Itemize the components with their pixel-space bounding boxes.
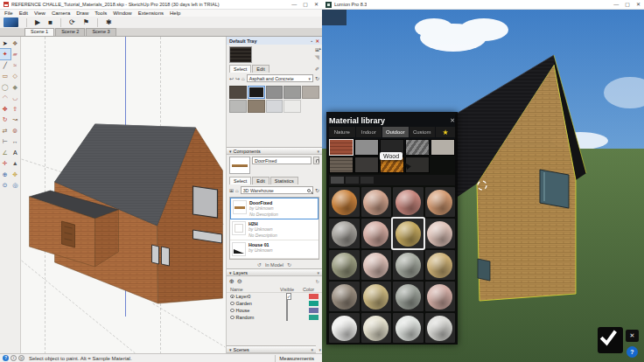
material-sphere[interactable]	[329, 313, 360, 343]
materials-tab-select[interactable]: Select	[229, 65, 251, 73]
menu-tools[interactable]: Tools	[94, 10, 107, 16]
menu-file[interactable]: File	[4, 10, 13, 16]
material-sphere[interactable]	[361, 282, 392, 311]
scene-tab-2[interactable]: Scene 2	[55, 28, 85, 37]
layer-color-chip[interactable]	[309, 301, 318, 306]
material-sphere[interactable]	[425, 313, 456, 343]
menu-view[interactable]: View	[34, 10, 46, 16]
tool-select[interactable]: ➤	[0, 38, 10, 49]
materials-tab-edit[interactable]: Edit	[252, 65, 269, 73]
material-sphere[interactable]	[425, 250, 456, 280]
minimize-button[interactable]: —	[291, 2, 297, 7]
layer-row[interactable]: House	[227, 307, 322, 314]
details-arrow-icon[interactable]: ↻	[315, 75, 319, 81]
secondary-pane-icon[interactable]: ◥	[315, 54, 319, 61]
material-sphere[interactable]	[361, 187, 392, 217]
modeling-canvas[interactable]	[21, 37, 226, 353]
menu-extensions[interactable]: Extensions	[138, 10, 164, 16]
material-swatch[interactable]	[229, 100, 247, 113]
tool-arc[interactable]: ◠	[0, 93, 10, 104]
forward-icon[interactable]: ↻	[287, 261, 291, 268]
layer-row[interactable]: Layer0✓	[227, 293, 322, 300]
tray-scroll-up-icon[interactable]: ▴	[318, 45, 321, 51]
tool-tape-measure[interactable]: ⊢	[0, 136, 10, 148]
close-button[interactable]: ✕	[636, 2, 640, 7]
layer-visible-checkbox[interactable]	[286, 307, 288, 314]
material-sphere[interactable]	[425, 219, 456, 248]
view-options-icon[interactable]: ⊞	[229, 187, 234, 193]
component-name-field[interactable]: DoorFixed	[252, 157, 312, 164]
tool-paint-bucket[interactable]: ✦	[0, 49, 10, 60]
sample-paint-icon[interactable]: ✐	[315, 66, 319, 72]
component-list-item[interactable]: House 01by Unknown	[230, 240, 318, 259]
material-sphere[interactable]	[393, 282, 424, 311]
menu-draw[interactable]: Draw	[76, 10, 88, 16]
components-panel-header[interactable]: Components ▾	[227, 147, 322, 155]
tool-orbit[interactable]: ⊕	[0, 169, 10, 180]
back-icon[interactable]: ↺	[257, 261, 262, 268]
material-sphere[interactable]	[361, 250, 392, 280]
back-arrow-icon[interactable]: ↩	[229, 75, 234, 81]
layer-radio[interactable]	[230, 302, 234, 306]
components-tab-edit[interactable]: Edit	[252, 177, 269, 184]
layer-radio[interactable]	[230, 295, 234, 299]
page-tab-2[interactable]	[346, 177, 359, 184]
library-tab-custom[interactable]: Custom	[410, 127, 436, 137]
details-arrow-icon[interactable]: ↻	[316, 279, 319, 284]
panel-options-icon[interactable]: ▾	[311, 347, 313, 352]
library-tab-nature[interactable]: Nature	[329, 127, 355, 137]
material-sphere[interactable]	[329, 250, 360, 280]
menu-camera[interactable]: Camera	[52, 10, 70, 16]
panel-options-icon[interactable]: ▾	[317, 149, 319, 154]
tool-make-component[interactable]: ❖	[10, 38, 21, 49]
tool-zoom[interactable]: ⊙	[0, 180, 10, 191]
material-sphere[interactable]	[329, 187, 360, 217]
tool-follow-me[interactable]: ↝	[10, 115, 21, 126]
material-sphere[interactable]	[393, 187, 424, 217]
category-metal[interactable]	[405, 139, 430, 156]
material-sphere[interactable]	[361, 313, 392, 343]
help-button[interactable]: ?	[626, 346, 638, 358]
material-sphere[interactable]	[425, 187, 456, 217]
layer-visible-checkbox[interactable]	[286, 300, 288, 307]
category-gravel[interactable]	[354, 157, 379, 173]
page-tab-1[interactable]	[331, 177, 344, 184]
cancel-button[interactable]: ✕	[626, 330, 639, 342]
geolocation-icon[interactable]: i	[10, 355, 17, 361]
tool-dimension[interactable]: ↔	[10, 136, 21, 148]
material-swatch[interactable]	[229, 86, 247, 99]
maximize-button[interactable]: ▢	[625, 2, 630, 7]
layers-panel-header[interactable]: Layers ▾	[227, 268, 322, 276]
play-button[interactable]: ▶	[35, 19, 40, 26]
material-preview-swatch[interactable]	[229, 46, 252, 63]
scenes-panel-header[interactable]: Scenes ▾	[227, 345, 316, 353]
menu-help[interactable]: Help	[170, 10, 180, 16]
tool-rotate[interactable]: ↻	[0, 115, 10, 126]
component-list-item[interactable]: DoorFixedby UnknownNo Description	[230, 198, 318, 219]
tool-zoom-extents[interactable]: ◎	[10, 180, 21, 191]
category-plaster[interactable]	[430, 139, 455, 156]
refresh-model-button[interactable]: ⟳	[69, 19, 75, 26]
material-swatch[interactable]	[284, 100, 301, 113]
material-sphere[interactable]	[425, 282, 456, 311]
layer-row[interactable]: Garden	[227, 300, 322, 307]
credits-icon[interactable]: ◎	[18, 355, 24, 361]
tool-axes[interactable]: ✛	[0, 158, 10, 170]
tool-rectangle[interactable]: ▭	[0, 71, 10, 82]
components-tab-statistics[interactable]: Statistics	[270, 177, 298, 184]
maximize-button[interactable]: ▢	[303, 2, 308, 7]
material-swatch[interactable]	[284, 86, 301, 99]
tool-polygon[interactable]: ◆	[10, 81, 21, 93]
sync-camera-button[interactable]: ⚑	[83, 19, 89, 26]
tray-scroll-down-icon[interactable]: ▾	[318, 347, 321, 352]
material-collection-dropdown[interactable]: Asphalt and Concrete ▾	[247, 74, 313, 82]
material-sphere[interactable]	[361, 219, 392, 248]
layer-radio[interactable]	[230, 309, 234, 313]
tool-eraser[interactable]: ▰	[10, 49, 21, 60]
tool-offset[interactable]: ⊚	[10, 125, 21, 136]
material-swatch[interactable]	[248, 86, 265, 99]
remove-layer-button[interactable]: ⊖	[237, 278, 242, 285]
tray-close-icon[interactable]: ✕	[315, 38, 319, 44]
tray-header[interactable]: Default Tray ▪ ✕	[227, 37, 322, 45]
confirm-button[interactable]	[598, 327, 623, 353]
